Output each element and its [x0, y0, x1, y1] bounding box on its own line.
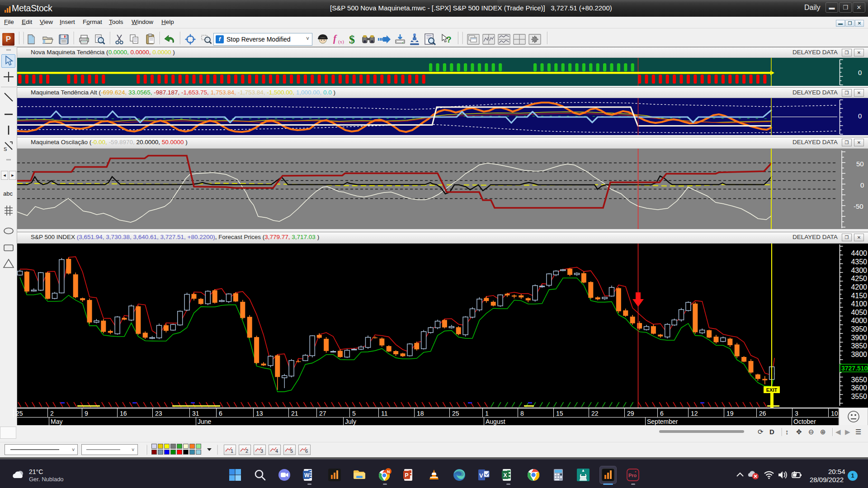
svg-text:5: 5 — [290, 448, 293, 454]
svg-text:N: N — [387, 469, 390, 474]
svg-text:?: ? — [446, 35, 452, 44]
svg-text:3: 3 — [260, 448, 263, 454]
svg-text:$: $ — [349, 33, 355, 46]
svg-text:Pro: Pro — [628, 473, 637, 478]
svg-text:abc: abc — [3, 190, 13, 197]
svg-text:V: V — [479, 472, 483, 479]
svg-text:2: 2 — [245, 448, 248, 454]
svg-text:6: 6 — [305, 448, 308, 454]
svg-text:S: S — [4, 146, 7, 152]
svg-text:P: P — [405, 472, 409, 479]
svg-text:X: X — [504, 472, 507, 479]
svg-text:1: 1 — [231, 448, 233, 454]
svg-text:˅: ˅ — [132, 447, 134, 452]
svg-text:W: W — [304, 472, 310, 479]
svg-text:(x): (x) — [338, 39, 344, 45]
svg-text:f: f — [333, 33, 337, 44]
svg-text:EXIT: EXIT — [766, 387, 778, 393]
svg-text:˅: ˅ — [72, 447, 75, 452]
svg-text:4: 4 — [275, 448, 278, 454]
